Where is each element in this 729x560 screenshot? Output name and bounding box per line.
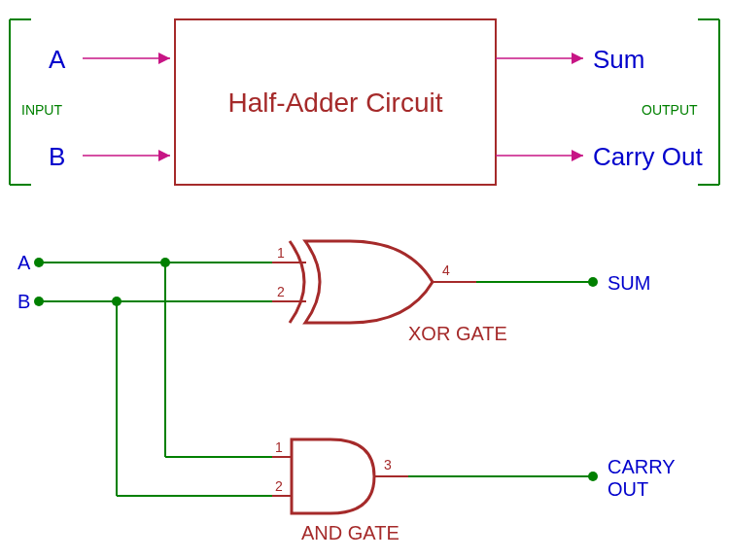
circuit-output-carry-l2: OUT (608, 478, 648, 500)
and-pin2: 2 (275, 478, 283, 494)
arrow-sum-out (496, 52, 583, 64)
circuit-output-sum: SUM (608, 272, 650, 294)
svg-marker-11 (572, 52, 583, 64)
xor-pin2: 2 (277, 284, 285, 299)
circuit-input-b: B (17, 291, 30, 312)
circuit-output-carry-l1: CARRY (608, 456, 676, 477)
and-gate (292, 439, 374, 513)
input-a-label: A (49, 45, 66, 74)
xor-pin1: 1 (277, 245, 285, 261)
block-title: Half-Adder Circuit (228, 88, 443, 118)
xor-gate-label: XOR GATE (408, 323, 507, 344)
xor-gate (290, 241, 433, 323)
terminal-sum (588, 277, 598, 287)
output-sum-label: Sum (593, 45, 644, 74)
terminal-carry (588, 472, 598, 481)
svg-marker-7 (158, 52, 170, 64)
circuit-input-a: A (17, 252, 31, 273)
and-gate-label: AND GATE (301, 522, 399, 543)
and-pinout: 3 (384, 457, 392, 472)
svg-marker-9 (158, 150, 170, 161)
and-pin1: 1 (275, 439, 283, 455)
xor-pinout: 4 (442, 262, 450, 278)
arrow-carry-out (496, 150, 583, 161)
input-section-label: INPUT (21, 102, 62, 118)
input-b-label: B (49, 142, 65, 171)
output-section-label: OUTPUT (642, 102, 698, 118)
arrow-b-in (83, 150, 170, 161)
svg-marker-13 (572, 150, 583, 161)
half-adder-diagram: A B INPUT Half-Adder Circuit Sum Carry O… (0, 0, 729, 560)
arrow-a-in (83, 52, 170, 64)
output-carry-label: Carry Out (593, 142, 703, 171)
